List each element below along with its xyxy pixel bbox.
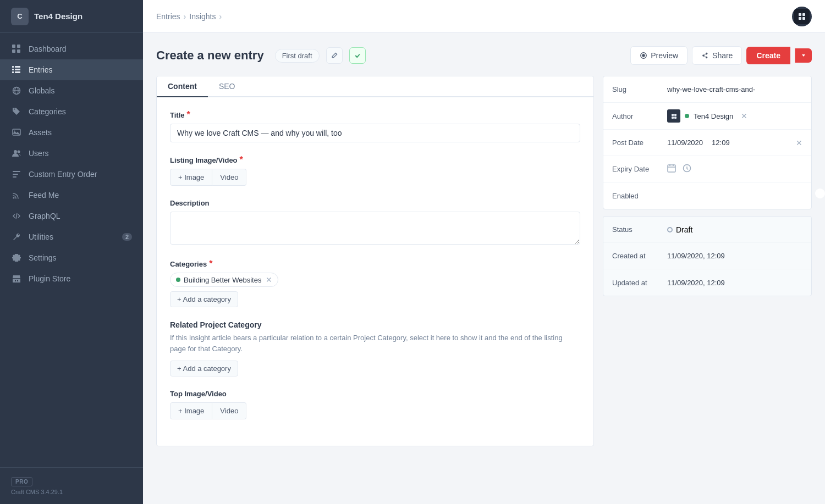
sidebar-item-label: Users xyxy=(29,149,49,158)
list-icon xyxy=(11,64,22,75)
post-date-clear-button[interactable]: ✕ xyxy=(796,139,802,147)
svg-point-16 xyxy=(18,151,20,153)
svg-rect-19 xyxy=(13,176,16,178)
author-name: Ten4 Design xyxy=(694,112,733,120)
svg-rect-6 xyxy=(12,69,14,70)
svg-rect-4 xyxy=(12,66,14,68)
add-top-image-button[interactable]: + Image xyxy=(170,402,212,419)
sidebar-item-custom-entry-order[interactable]: Custom Entry Order xyxy=(0,164,143,185)
wrench-icon xyxy=(11,231,22,242)
main-content: Entries › Insights › Create a new entry … xyxy=(143,0,825,504)
post-time-value: 12:09 xyxy=(712,139,730,147)
related-project-title: Related Project Category xyxy=(170,320,580,329)
tabs: Content SEO xyxy=(157,76,593,97)
sidebar-item-label: Plugin Store xyxy=(29,274,70,283)
created-at-row: Created at 11/09/2020, 12:09 xyxy=(603,243,811,269)
expiry-date-label: Expiry Date xyxy=(612,165,667,173)
store-icon xyxy=(11,273,22,284)
status-row: Status Draft xyxy=(603,217,811,243)
sidebar-item-label: Entries xyxy=(29,65,53,74)
description-textarea[interactable] xyxy=(170,212,580,245)
add-image-button[interactable]: + Image xyxy=(170,169,212,186)
updated-at-value: 11/09/2020, 12:09 xyxy=(667,279,802,287)
svg-point-15 xyxy=(14,150,17,153)
svg-rect-2 xyxy=(12,49,15,53)
avatar-inner xyxy=(794,9,810,24)
tabs-panel: Content SEO Title * xyxy=(156,76,594,446)
status-label: First draft xyxy=(282,52,312,60)
add-video-button[interactable]: Video xyxy=(212,169,246,186)
sidebar-item-entries[interactable]: Entries xyxy=(0,59,143,80)
related-project-field-group: Related Project Category If this Insight… xyxy=(170,320,580,376)
meta-panel: Slug why-we-love-craft-cms-and- Author xyxy=(603,76,812,209)
sidebar-item-label: GraphQL xyxy=(29,212,61,220)
clock-icon[interactable] xyxy=(683,164,691,174)
create-dropdown-button[interactable] xyxy=(795,48,812,63)
enabled-label: Enabled xyxy=(612,192,667,200)
sidebar-footer: PRO Craft CMS 3.4.29.1 xyxy=(0,467,143,504)
svg-point-20 xyxy=(13,197,15,199)
share-button[interactable]: Share xyxy=(692,46,742,65)
add-related-category-button[interactable]: + Add a category xyxy=(170,361,238,376)
preview-button[interactable]: Preview xyxy=(630,46,688,65)
user-avatar-button[interactable] xyxy=(792,7,812,26)
svg-rect-17 xyxy=(13,171,20,172)
updated-at-label: Updated at xyxy=(612,279,667,287)
page-header: Create a new entry First draft Preview S… xyxy=(156,46,812,65)
sidebar-item-assets[interactable]: Assets xyxy=(0,122,143,143)
app-logo[interactable]: C xyxy=(11,8,29,25)
svg-rect-0 xyxy=(12,45,15,48)
category-remove-button[interactable]: ✕ xyxy=(266,275,272,284)
author-label: Author xyxy=(612,112,667,120)
sort-icon xyxy=(11,169,22,180)
title-input[interactable] xyxy=(170,124,580,142)
sidebar-item-graphql[interactable]: GraphQL xyxy=(0,206,143,226)
sidebar-item-dashboard[interactable]: Dashboard xyxy=(0,38,143,59)
breadcrumb: Entries › Insights › xyxy=(156,12,225,21)
create-button[interactable]: Create xyxy=(746,47,790,64)
category-tag: Building Better Websites ✕ xyxy=(170,273,278,287)
create-label: Create xyxy=(756,51,780,60)
tab-seo[interactable]: SEO xyxy=(208,76,246,97)
listing-media-field-group: Listing Image/Video * + Image Video xyxy=(170,156,580,186)
slug-row: Slug why-we-love-craft-cms-and- xyxy=(603,76,811,103)
sidebar-item-label: Dashboard xyxy=(29,45,67,53)
version-text: Craft CMS 3.4.29.1 xyxy=(11,489,132,495)
title-label: Title * xyxy=(170,110,580,119)
sidebar-item-label: Settings xyxy=(29,253,57,262)
required-indicator: * xyxy=(240,156,243,164)
sidebar-item-users[interactable]: Users xyxy=(0,143,143,164)
grid-icon xyxy=(11,43,22,54)
sidebar-nav: Dashboard Entries Globals Categories Ass… xyxy=(0,33,143,467)
tab-content[interactable]: Content xyxy=(157,76,208,97)
updated-at-row: Updated at 11/09/2020, 12:09 xyxy=(603,269,811,296)
post-date-value: 11/09/2020 xyxy=(667,139,703,147)
edit-status-button[interactable] xyxy=(326,47,343,64)
breadcrumb-insights[interactable]: Insights xyxy=(189,12,216,21)
add-top-video-button[interactable]: Video xyxy=(212,402,246,419)
sidebar-item-feed-me[interactable]: Feed Me xyxy=(0,185,143,206)
post-date-row: Post Date 11/09/2020 12:09 ✕ xyxy=(603,130,811,156)
sidebar-item-utilities[interactable]: Utilities 2 xyxy=(0,226,143,247)
sidebar-item-globals[interactable]: Globals xyxy=(0,80,143,101)
tab-content-panel: Title * Listing Image/Video * xyxy=(157,97,593,446)
author-remove-button[interactable]: ✕ xyxy=(741,112,747,120)
header-actions: Preview Share Create xyxy=(630,46,812,65)
categories-field-group: Categories * Building Better Websites ✕ … xyxy=(170,259,580,307)
add-category-button[interactable]: + Add a category xyxy=(170,291,238,307)
sidebar-item-settings[interactable]: Settings xyxy=(0,247,143,268)
description-label: Description xyxy=(170,199,580,207)
preview-label: Preview xyxy=(651,51,678,60)
calendar-icon[interactable] xyxy=(667,164,676,174)
pro-badge: PRO xyxy=(11,477,32,486)
svg-rect-8 xyxy=(12,71,14,73)
description-field-group: Description xyxy=(170,199,580,246)
listing-media-buttons: + Image Video xyxy=(170,169,580,186)
svg-rect-9 xyxy=(15,71,20,73)
breadcrumb-entries[interactable]: Entries xyxy=(156,12,180,21)
sidebar-item-categories[interactable]: Categories xyxy=(0,101,143,122)
confirm-status-button[interactable] xyxy=(349,47,366,64)
sidebar-item-plugin-store[interactable]: Plugin Store xyxy=(0,268,143,289)
title-field-group: Title * xyxy=(170,110,580,142)
top-media-label: Top Image/Video xyxy=(170,390,580,398)
